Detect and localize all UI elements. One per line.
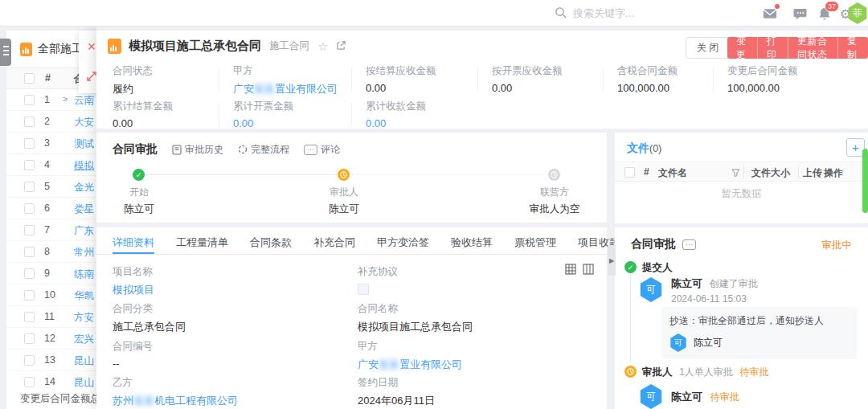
expand-icon[interactable] bbox=[86, 71, 97, 84]
approver-name: 陈立可 bbox=[671, 391, 702, 403]
approval-history-link[interactable]: 审批历史 bbox=[172, 143, 223, 157]
contract-link[interactable]: 华凯 bbox=[74, 289, 94, 303]
contract-link[interactable]: 方安 bbox=[74, 311, 94, 325]
contract-link[interactable]: 常州 bbox=[74, 246, 94, 260]
cc-person-name: 陈立可 bbox=[694, 336, 723, 350]
global-search[interactable] bbox=[555, 3, 764, 23]
text-part: 置业有限公司 bbox=[399, 358, 462, 370]
comment-icon: ⋯ bbox=[304, 145, 317, 155]
change-button[interactable]: 变 更 bbox=[727, 37, 758, 59]
tab-tax[interactable]: 票税管理 bbox=[514, 232, 556, 254]
copy-button[interactable]: 复 制 bbox=[838, 37, 868, 59]
tab-party-a-change[interactable]: 甲方变洽签 bbox=[377, 232, 429, 254]
contract-link[interactable]: 云南 bbox=[74, 94, 94, 108]
sidebar-expand-handle[interactable] bbox=[0, 39, 11, 66]
step-role: 审批人 bbox=[288, 186, 400, 199]
contract-link[interactable]: 模拟 bbox=[74, 159, 94, 173]
field-party-b: 乙方 苏州某某机电工程有限公司 bbox=[113, 376, 238, 408]
field-contract-amount: 含税合同金额 100,000.00 bbox=[617, 64, 678, 94]
project-link[interactable]: 模拟项目 bbox=[113, 283, 154, 297]
approval-timeline-card: ▶ 合同审批 ⋯ 审批中 ✓ 提交人 可 陈立可 创建了审批 2024-06-1… bbox=[615, 227, 868, 409]
field-label: 合同分类 bbox=[113, 302, 186, 316]
submitter-name: 陈立可 bbox=[671, 277, 702, 289]
files-title: 文件 bbox=[627, 141, 649, 154]
row-checkbox[interactable] bbox=[24, 160, 35, 170]
row-expand-caret[interactable]: > bbox=[63, 94, 68, 104]
field-label: 甲方 bbox=[233, 64, 338, 78]
submitter-avatar: 可 bbox=[639, 277, 663, 302]
cc-person-avatar: 可 bbox=[669, 333, 687, 352]
bell-icon[interactable]: 37 bbox=[817, 6, 833, 22]
row-checkbox[interactable] bbox=[24, 247, 35, 257]
field-party-a: 甲方 广安某某置业有限公司 bbox=[233, 64, 338, 96]
scrollbar-thumb[interactable] bbox=[862, 149, 868, 213]
select-all-checkbox[interactable] bbox=[24, 73, 35, 84]
row-checkbox[interactable] bbox=[24, 333, 35, 344]
field-invoice-receivable: 按开票应收金额 0.00 bbox=[492, 64, 563, 94]
chat-icon[interactable] bbox=[792, 6, 808, 22]
top-bar: 37 ⚙ 菲 bbox=[0, 0, 868, 27]
files-select-all-checkbox[interactable] bbox=[624, 167, 635, 178]
comment-link[interactable]: ⋯ 评论 bbox=[304, 143, 340, 157]
mail-icon[interactable] bbox=[762, 6, 778, 22]
row-checkbox[interactable] bbox=[24, 290, 35, 301]
field-party-a-detail: 甲方 广安某某置业有限公司 bbox=[358, 340, 462, 372]
filter-icon[interactable] bbox=[731, 168, 740, 179]
grid-view-icon[interactable] bbox=[565, 264, 576, 277]
row-checkbox[interactable] bbox=[24, 377, 35, 387]
tab-detail-info[interactable]: 详细资料 bbox=[113, 232, 154, 254]
party-b-link[interactable]: 苏州某某机电工程有限公司 bbox=[113, 394, 238, 408]
tab-supplement[interactable]: 补充合同 bbox=[313, 232, 355, 254]
row-checkbox[interactable] bbox=[24, 225, 35, 235]
step-done-icon: ✓ bbox=[133, 169, 145, 181]
contract-link[interactable]: 昆山 bbox=[74, 354, 94, 368]
row-checkbox[interactable] bbox=[24, 203, 35, 214]
row-checkbox[interactable] bbox=[24, 355, 35, 366]
update-status-button[interactable]: 更新合同状态 bbox=[788, 37, 838, 59]
full-flow-link[interactable]: 完整流程 bbox=[238, 143, 289, 157]
contract-link[interactable]: 广东 bbox=[74, 224, 94, 238]
close-button[interactable]: 关 闭 bbox=[686, 37, 730, 59]
open-external-icon[interactable] bbox=[336, 40, 346, 53]
row-checkbox[interactable] bbox=[24, 95, 35, 105]
redacted-text: 某某 bbox=[133, 395, 154, 407]
received-amount-link[interactable]: 0.00 bbox=[366, 117, 426, 129]
favorite-star-icon[interactable]: ☆ bbox=[317, 39, 328, 54]
row-checkbox[interactable] bbox=[24, 312, 35, 322]
field-supplement-flag: 补充协议 bbox=[358, 265, 398, 297]
field-contract-no: 合同编号 -- bbox=[113, 340, 153, 370]
comment-icon[interactable]: ⋯ bbox=[682, 239, 696, 250]
tab-terms[interactable]: 合同条款 bbox=[250, 232, 292, 254]
contract-link[interactable]: 宏兴 bbox=[74, 333, 94, 346]
files-col-index: # bbox=[644, 166, 649, 178]
field-label: 累计结算金额 bbox=[113, 100, 173, 113]
supplement-checkbox[interactable] bbox=[358, 284, 369, 295]
row-checkbox[interactable] bbox=[24, 268, 35, 279]
close-icon[interactable]: × bbox=[88, 39, 96, 54]
panel-collapse-handle[interactable]: ▶ bbox=[608, 245, 616, 276]
contract-link[interactable]: 大安 bbox=[74, 116, 94, 129]
field-total-settled: 累计结算金额 0.00 bbox=[113, 100, 173, 129]
step-start: 开始 陈立可 bbox=[83, 186, 195, 216]
row-checkbox[interactable] bbox=[24, 117, 35, 127]
contract-link[interactable]: 昆山 bbox=[74, 376, 94, 390]
row-checkbox[interactable] bbox=[24, 182, 35, 192]
text-part: 置业有限公司 bbox=[275, 83, 338, 95]
tab-boq[interactable]: 工程量清单 bbox=[176, 232, 228, 254]
page-title: 模拟项目施工总承包合同 bbox=[129, 39, 261, 54]
submitter-action: 创建了审批 bbox=[710, 278, 758, 289]
print-button[interactable]: 打 印 bbox=[758, 37, 788, 59]
party-a-link[interactable]: 广安某某置业有限公司 bbox=[358, 358, 462, 372]
search-input[interactable] bbox=[573, 7, 734, 19]
files-col-size: 文件大小 bbox=[751, 166, 790, 180]
invoiced-amount-link[interactable]: 0.00 bbox=[233, 117, 293, 129]
app-window: 37 ⚙ 菲 全部施工合同 × # 合同 1>云南 2大安 bbox=[0, 0, 868, 409]
field-label: 含税合同金额 bbox=[617, 64, 678, 78]
tab-acceptance[interactable]: 验收结算 bbox=[451, 232, 493, 254]
party-a-link[interactable]: 广安某某置业有限公司 bbox=[233, 82, 338, 96]
contract-link[interactable]: 练南 bbox=[74, 268, 94, 281]
row-checkbox[interactable] bbox=[24, 138, 35, 149]
columns-view-icon[interactable] bbox=[583, 264, 594, 277]
contract-link[interactable]: 测试 bbox=[74, 137, 94, 151]
approver-mode: 1人单人审批 bbox=[679, 366, 733, 378]
